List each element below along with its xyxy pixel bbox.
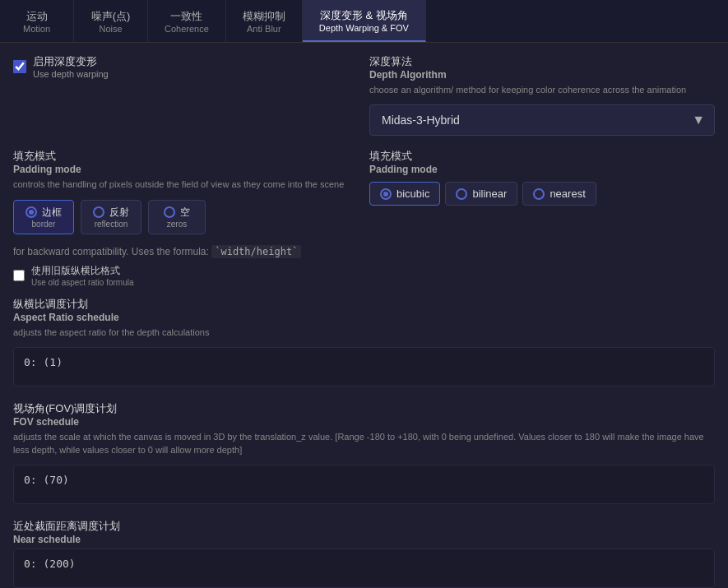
depth-algorithm-desc: choose an algorithm/ method for keeping … — [369, 84, 715, 96]
near-title: 近处裁面距离调度计划 Near schedule — [13, 519, 715, 545]
tab-antiblur[interactable]: 模糊抑制 Anti Blur — [226, 0, 303, 42]
tab-noise[interactable]: 噪声(点) Noise — [74, 0, 148, 42]
right-col-top: 深度算法 Depth Algorithm choose an algorithm… — [369, 54, 715, 149]
fov-textarea-wrapper: 0: (70) — [13, 465, 715, 507]
padding-section: 填充模式 Padding mode controls the handling … — [13, 149, 715, 245]
bilinear-option[interactable]: bilinear — [445, 182, 517, 206]
aspect-ratio-textarea[interactable]: 0: (1) — [13, 347, 715, 387]
use-old-aspect-label: 使用旧版纵横比格式 Use old aspect ratio formula — [31, 264, 134, 287]
formula-text: for backward compatibility. Uses the for… — [13, 246, 715, 257]
depth-algorithm-select[interactable]: Midas-3-Hybrid Midas-3 AdaBins ZoeDepth — [369, 104, 715, 136]
tab-coherence[interactable]: 一致性 Coherence — [148, 0, 226, 42]
aspect-ratio-title: 纵横比调度计划 Aspect Ratio schedule — [13, 297, 715, 323]
use-old-aspect-row: 使用旧版纵横比格式 Use old aspect ratio formula — [13, 264, 715, 287]
near-textarea[interactable]: 0: (200) — [13, 549, 715, 588]
padding-mode-left-desc: controls the handling of pixels outside … — [13, 178, 356, 191]
use-depth-warping-checkbox[interactable] — [13, 60, 26, 73]
tab-motion[interactable]: 运动 Motion — [0, 0, 74, 42]
padding-mode-left-title: 填充模式 Padding mode — [13, 149, 356, 175]
bicubic-option[interactable]: bicubic — [369, 182, 440, 206]
aspect-ratio-textarea-wrapper: 0: (1) — [13, 347, 715, 390]
near-schedule-section: 近处裁面距离调度计划 Near schedule 0: (200) — [13, 519, 715, 588]
fov-desc: adjusts the scale at which the canvas is… — [13, 431, 715, 456]
padding-left: 填充模式 Padding mode controls the handling … — [13, 149, 356, 245]
padding-radio-group-right: bicubic bilinear nearest — [369, 182, 715, 206]
use-old-aspect-checkbox[interactable] — [13, 270, 25, 281]
nearest-radio-dot — [533, 188, 545, 200]
use-depth-warping-row: 启用深度变形 Use depth warping — [13, 54, 356, 79]
tab-bar: 运动 Motion 噪声(点) Noise 一致性 Coherence 模糊抑制… — [0, 0, 728, 43]
padding-border-option[interactable]: 边框 border — [13, 200, 74, 234]
main-content: 启用深度变形 Use depth warping 深度算法 Depth Algo… — [0, 43, 728, 588]
fov-title: 视场角(FOV)调度计划 FOV schedule — [13, 401, 715, 428]
aspect-ratio-desc: adjusts the aspect ratio for the depth c… — [13, 326, 715, 339]
near-textarea-wrapper: 0: (200) — [13, 549, 715, 588]
padding-right: 填充模式 Padding mode bicubic bilinear — [369, 149, 715, 245]
tab-depthwarp[interactable]: 深度变形 & 视场角 Depth Warping & FOV — [303, 0, 426, 42]
padding-radio-group-left: 边框 border 反射 reflection — [13, 200, 356, 234]
padding-mode-left-section: 填充模式 Padding mode controls the handling … — [13, 149, 356, 234]
top-section: 启用深度变形 Use depth warping 深度算法 Depth Algo… — [13, 54, 715, 149]
left-col-top: 启用深度变形 Use depth warping — [13, 54, 356, 149]
full-content-area: 启用深度变形 Use depth warping 深度算法 Depth Algo… — [0, 43, 728, 588]
padding-mode-right-title: 填充模式 Padding mode — [369, 149, 715, 175]
nearest-option[interactable]: nearest — [522, 182, 596, 206]
fov-textarea[interactable]: 0: (70) — [13, 465, 715, 504]
bilinear-radio-dot — [456, 188, 467, 200]
use-depth-warping-label: 启用深度变形 Use depth warping — [33, 54, 109, 79]
padding-zeros-option[interactable]: 空 zeros — [148, 200, 206, 234]
zeros-radio-dot — [164, 206, 175, 218]
fov-schedule-section: 视场角(FOV)调度计划 FOV schedule adjusts the sc… — [13, 401, 715, 507]
depth-algorithm-title: 深度算法 Depth Algorithm — [369, 54, 715, 81]
padding-reflection-option[interactable]: 反射 reflection — [81, 200, 141, 234]
bicubic-radio-dot — [380, 188, 392, 200]
padding-mode-right-section: 填充模式 Padding mode bicubic bilinear — [369, 149, 715, 206]
depth-algorithm-dropdown-wrapper: Midas-3-Hybrid Midas-3 AdaBins ZoeDepth … — [369, 104, 715, 136]
border-radio-dot — [26, 206, 37, 218]
aspect-ratio-schedule-section: 纵横比调度计划 Aspect Ratio schedule adjusts th… — [13, 297, 715, 390]
reflection-radio-dot — [93, 206, 104, 218]
